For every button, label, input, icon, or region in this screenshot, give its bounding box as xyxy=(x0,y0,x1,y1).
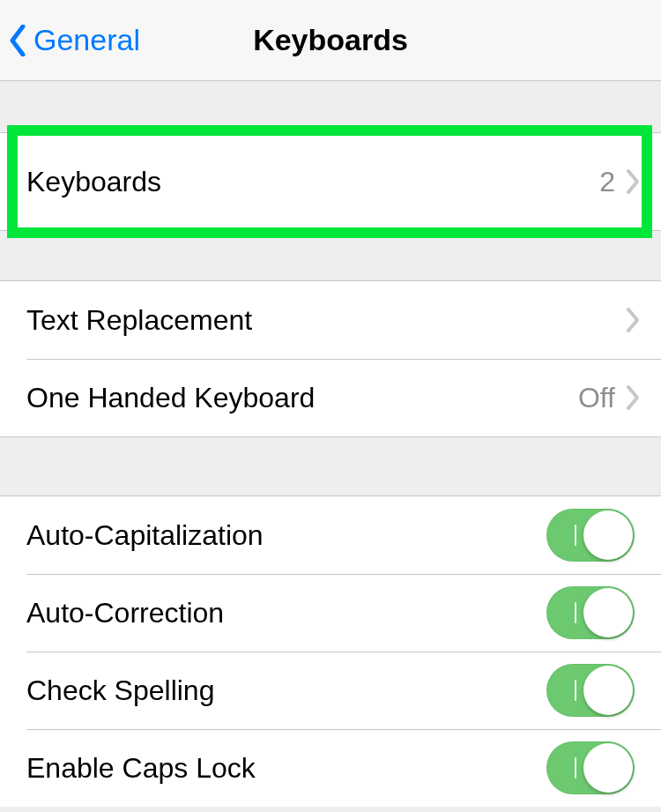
row-keyboards-count: 2 xyxy=(599,166,615,198)
group-text: Text Replacement One Handed Keyboard Off xyxy=(0,280,661,437)
row-keyboards-label: Keyboards xyxy=(26,166,599,198)
row-one-handed-label: One Handed Keyboard xyxy=(26,382,578,414)
switch-auto-correction[interactable] xyxy=(546,586,635,639)
row-keyboards[interactable]: Keyboards 2 xyxy=(0,133,661,230)
navbar: General Keyboards xyxy=(0,0,661,81)
switch-auto-capitalization[interactable] xyxy=(546,509,635,562)
switch-check-spelling[interactable] xyxy=(546,664,635,717)
page-title: Keyboards xyxy=(253,23,408,57)
row-enable-caps-lock: Enable Caps Lock xyxy=(0,729,661,807)
section-gap xyxy=(0,437,661,495)
chevron-right-icon xyxy=(626,169,640,194)
row-auto-corr-label: Auto-Correction xyxy=(26,597,546,629)
back-label: General xyxy=(33,23,140,57)
section-gap xyxy=(0,231,661,280)
row-caps-lock-label: Enable Caps Lock xyxy=(26,752,546,785)
chevron-right-icon xyxy=(626,308,640,332)
row-auto-cap-label: Auto-Capitalization xyxy=(26,519,546,552)
group-toggles: Auto-Capitalization Auto-Correction Chec… xyxy=(0,495,661,807)
switch-enable-caps-lock[interactable] xyxy=(546,741,635,794)
chevron-right-icon xyxy=(626,385,640,410)
row-auto-correction: Auto-Correction xyxy=(0,574,661,652)
group-keyboards-highlight: Keyboards 2 xyxy=(0,132,661,231)
row-text-replacement[interactable]: Text Replacement xyxy=(0,281,661,359)
chevron-left-icon xyxy=(9,25,26,56)
row-check-spell-label: Check Spelling xyxy=(26,674,546,707)
row-one-handed-value: Off xyxy=(578,382,615,414)
back-button[interactable]: General xyxy=(9,0,140,80)
row-one-handed[interactable]: One Handed Keyboard Off xyxy=(0,359,661,436)
group-keyboards: Keyboards 2 xyxy=(0,132,661,231)
row-check-spelling: Check Spelling xyxy=(0,652,661,729)
row-auto-capitalization: Auto-Capitalization xyxy=(0,496,661,574)
section-gap xyxy=(0,81,661,132)
row-text-replacement-label: Text Replacement xyxy=(26,304,626,337)
